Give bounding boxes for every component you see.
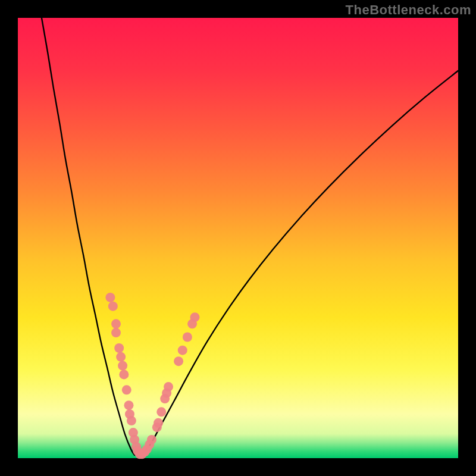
annotation-dot <box>178 346 187 355</box>
annotation-dot <box>164 382 173 392</box>
annotation-dot <box>114 343 124 353</box>
plot-area <box>18 18 458 458</box>
watermark-text: TheBottleneck.com <box>346 2 471 18</box>
curve-left-branch <box>42 18 134 455</box>
annotation-dot <box>154 418 163 428</box>
chart-frame: TheBottleneck.com <box>0 0 476 476</box>
annotation-dot <box>190 312 199 322</box>
annotation-dot <box>122 385 131 394</box>
annotation-dot <box>183 333 192 342</box>
annotation-dot <box>174 356 183 366</box>
annotation-dot <box>108 302 118 311</box>
annotation-dot <box>118 361 127 371</box>
annotation-dot <box>156 407 166 416</box>
annotation-dot <box>116 352 126 362</box>
annotation-dot <box>124 400 133 410</box>
chart-svg <box>18 18 458 458</box>
annotation-dot <box>111 328 121 337</box>
annotation-dot <box>147 435 156 444</box>
annotation-dot <box>105 293 115 302</box>
annotation-dot <box>119 369 129 379</box>
dots-layer <box>105 293 199 459</box>
annotation-dot <box>127 416 136 425</box>
annotation-dot <box>111 319 121 328</box>
curve-layer <box>42 18 458 455</box>
curve-right-branch <box>140 71 458 455</box>
